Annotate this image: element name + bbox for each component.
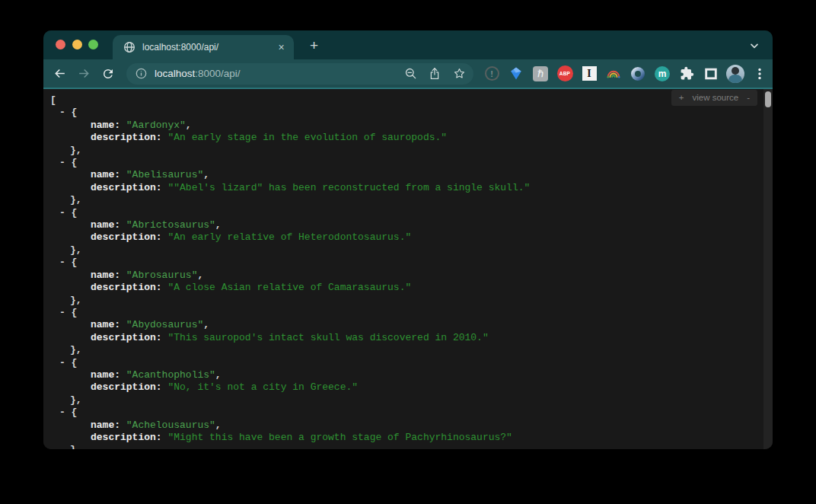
comma: ,	[203, 169, 209, 180]
scrollbar-thumb[interactable]	[765, 91, 771, 107]
back-button[interactable]	[49, 63, 70, 85]
property-value-name: "Aardonyx"	[126, 120, 186, 131]
collapse-toggle-icon[interactable]: -	[59, 407, 72, 418]
property-key-name: name:	[91, 219, 126, 231]
side-panel-icon	[704, 67, 718, 81]
comma: ,	[186, 120, 192, 131]
collapse-toggle-icon[interactable]: -	[59, 307, 72, 318]
share-button[interactable]	[425, 64, 445, 84]
side-panel-button[interactable]	[702, 65, 720, 83]
property-key-name: name:	[91, 419, 126, 431]
tab-close-icon[interactable]: ×	[275, 41, 288, 54]
object-close-brace: },	[70, 194, 82, 206]
property-key-description: description:	[91, 432, 167, 443]
adblock-plus-extension-button[interactable]: ABP	[556, 65, 574, 83]
vertical-scrollbar[interactable]	[763, 89, 773, 449]
rainbow-icon	[606, 69, 621, 78]
property-key-name: name:	[91, 169, 126, 180]
object-close-brace: },	[70, 145, 82, 156]
object-open-brace: {	[72, 157, 78, 168]
window-minimize-button[interactable]	[72, 40, 82, 49]
warning-extension-button[interactable]: !	[483, 65, 501, 83]
puzzle-piece-icon	[680, 66, 694, 81]
reload-button[interactable]	[97, 63, 119, 85]
browser-window: localhost:8000/api/ × +	[43, 30, 773, 449]
url-path: :8000/api/	[195, 68, 240, 79]
collapse-all-button[interactable]: -	[747, 91, 750, 104]
back-arrow-icon	[53, 66, 67, 81]
property-key-description: description:	[91, 332, 167, 343]
window-close-button[interactable]	[56, 40, 65, 49]
blue-diamond-icon	[509, 66, 523, 81]
property-key-name: name:	[91, 319, 126, 330]
window-zoom-button[interactable]	[88, 40, 98, 49]
url-text[interactable]: localhost:8000/api/	[155, 68, 396, 79]
property-value-description: ""Abel's lizard" has been reconstructed …	[167, 182, 530, 193]
swirl-extension-button[interactable]	[629, 65, 647, 83]
object-open-brace: {	[72, 257, 78, 268]
object-open-brace: {	[72, 207, 78, 219]
view-source-button[interactable]: view source	[692, 91, 738, 104]
url-host: localhost	[155, 68, 195, 79]
active-tab[interactable]: localhost:8000/api/ ×	[113, 35, 294, 59]
comma: ,	[215, 369, 222, 381]
comma: ,	[203, 319, 209, 330]
collapse-toggle-icon[interactable]: -	[59, 357, 72, 368]
forward-arrow-icon	[77, 66, 91, 81]
property-key-description: description:	[91, 381, 167, 393]
property-key-description: description:	[91, 282, 167, 293]
collapse-toggle-icon[interactable]: -	[59, 207, 72, 219]
object-close-brace: },	[70, 394, 82, 406]
collapse-toggle-icon[interactable]: -	[59, 157, 72, 168]
array-open-bracket: [	[50, 94, 56, 106]
tab-search-button[interactable]	[744, 37, 764, 55]
property-key-name: name:	[91, 120, 126, 131]
blue-diamond-extension-button[interactable]	[507, 65, 525, 83]
chevron-down-icon	[748, 40, 760, 52]
property-value-description: "This sauropod's intact skull was discov…	[167, 332, 488, 343]
instapaper-extension-button[interactable]: I	[580, 65, 598, 83]
share-icon	[429, 67, 441, 80]
expand-all-button[interactable]: +	[679, 91, 684, 104]
object-close-brace: },	[70, 244, 82, 256]
property-value-name: "Abrosaurus"	[126, 270, 198, 281]
extensions-menu-button[interactable]	[677, 65, 696, 83]
property-value-description: "An early relative of Heterodontosaurus.…	[167, 231, 411, 243]
comma: ,	[215, 419, 222, 431]
bookmark-star-button[interactable]	[449, 64, 469, 84]
property-value-description: "A close Asian relative of Camarasaurus.…	[167, 282, 411, 293]
extensions-area: ! ℏ ABP I	[483, 65, 769, 83]
hbar-badge-icon: ℏ	[533, 66, 548, 81]
browser-menu-button[interactable]	[751, 65, 769, 83]
comma: ,	[215, 219, 222, 231]
address-bar[interactable]: localhost:8000/api/	[126, 63, 473, 85]
property-value-name: "Abelisaurus"	[126, 169, 203, 180]
traffic-lights	[56, 40, 98, 49]
profile-button[interactable]	[726, 65, 744, 83]
object-close-brace: },	[70, 444, 82, 449]
m-extension-button[interactable]: m	[653, 65, 671, 83]
instapaper-icon: I	[582, 66, 597, 81]
collapse-toggle-icon[interactable]: -	[59, 257, 72, 268]
new-tab-button[interactable]: +	[304, 36, 324, 55]
globe-favicon-icon	[123, 41, 135, 53]
collapse-toggle-icon[interactable]: -	[59, 107, 72, 118]
reload-icon	[101, 67, 115, 81]
json-viewer-lines: [- {name: "Aardonyx",description: "An ea…	[43, 94, 773, 449]
profile-avatar	[726, 65, 744, 83]
adblock-plus-icon: ABP	[557, 65, 573, 81]
property-value-description: "No, it's not a city in Greece."	[167, 381, 358, 393]
plus-icon: +	[310, 37, 318, 54]
property-key-name: name:	[91, 270, 126, 281]
zoom-out-magnifier-icon	[404, 67, 417, 80]
view-source-bar: + view source -	[671, 90, 757, 106]
page-zoom-button[interactable]	[400, 64, 420, 84]
rainbow-extension-button[interactable]	[604, 65, 623, 83]
page-content-json-viewer: [- {name: "Aardonyx",description: "An ea…	[43, 89, 773, 449]
property-key-description: description:	[91, 182, 167, 193]
forward-button[interactable]	[73, 63, 94, 85]
m-badge-icon: m	[655, 66, 670, 81]
hbar-extension-button[interactable]: ℏ	[531, 65, 550, 83]
site-info-icon[interactable]	[135, 68, 147, 79]
object-close-brace: },	[70, 295, 82, 306]
